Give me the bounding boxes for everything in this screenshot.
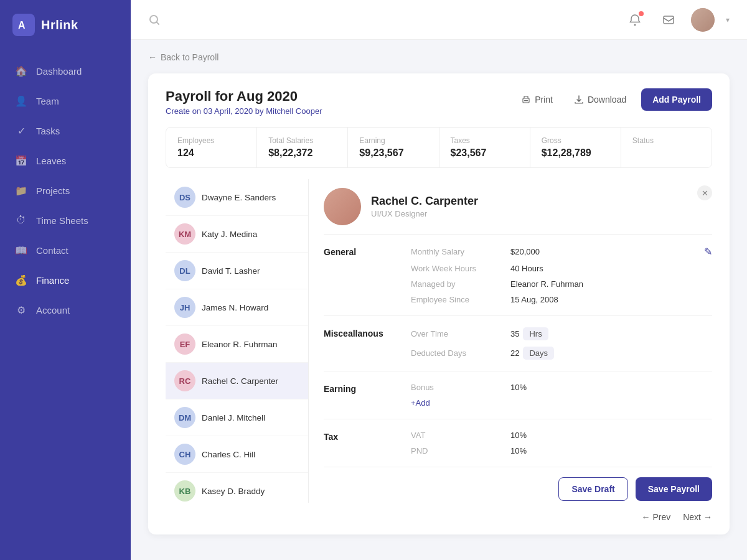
list-item[interactable]: CH Charles C. Hill bbox=[166, 436, 308, 473]
dashboard-icon: 🏠 bbox=[15, 65, 27, 77]
notification-dot bbox=[639, 11, 644, 16]
sidebar-item-timesheets[interactable]: ⏱ Time Sheets bbox=[0, 205, 131, 235]
sidebar-item-label: Finance bbox=[36, 275, 69, 286]
sidebar-item-label: Tasks bbox=[36, 126, 60, 136]
sidebar-item-account[interactable]: ⚙ Account bbox=[0, 295, 131, 325]
deducted-days-unit: Days bbox=[523, 347, 554, 360]
sidebar-item-label: Contact bbox=[36, 245, 68, 256]
payroll-subtitle: Create on 03 April, 2020 by Mitchell Coo… bbox=[166, 106, 322, 116]
avatar: RC bbox=[174, 370, 195, 391]
leaves-icon: 📅 bbox=[15, 154, 27, 167]
next-button[interactable]: Next → bbox=[683, 512, 712, 522]
search-button[interactable] bbox=[148, 14, 161, 26]
header: ▾ bbox=[131, 0, 747, 40]
add-payroll-button[interactable]: Add Payroll bbox=[641, 88, 712, 111]
add-earning-link[interactable]: +Add bbox=[411, 398, 430, 408]
stat-employees: Employees 124 bbox=[166, 128, 257, 167]
list-item[interactable]: EF Eleanor R. Fuhrman bbox=[166, 326, 308, 363]
stat-gross: Gross $12,28,789 bbox=[530, 128, 621, 167]
payroll-header: Payroll for Aug 2020 Create on 03 April,… bbox=[166, 88, 712, 116]
chevron-down-icon[interactable]: ▾ bbox=[726, 16, 730, 24]
sidebar-item-label: Projects bbox=[36, 185, 70, 196]
field-employee-since: Employee Since 15 Aug, 2008 bbox=[411, 295, 712, 304]
sidebar-item-label: Account bbox=[36, 305, 70, 315]
earning-fields: Bonus 10% +Add bbox=[411, 383, 712, 408]
avatar: CH bbox=[174, 444, 195, 465]
contact-icon: 📖 bbox=[15, 244, 27, 256]
avatar: KB bbox=[174, 480, 195, 502]
account-icon: ⚙ bbox=[15, 304, 27, 316]
employee-name: Rachel C. Carpenter bbox=[371, 195, 478, 208]
stats-bar: Employees 124 Total Salaries $8,22,372 E… bbox=[166, 127, 712, 168]
tax-section: Tax VAT 10% PND 10% bbox=[324, 419, 712, 467]
field-pnd: PND 10% bbox=[411, 446, 712, 455]
save-draft-button[interactable]: Save Draft bbox=[558, 477, 627, 501]
section-label: Tax bbox=[324, 431, 411, 455]
stat-total-salaries: Total Salaries $8,22,372 bbox=[257, 128, 348, 167]
section-label: Misceallanous bbox=[324, 327, 411, 360]
misc-fields: Over Time 35 Hrs Deducted Days 22 Days bbox=[411, 327, 712, 360]
sidebar-item-leaves[interactable]: 📅 Leaves bbox=[0, 146, 131, 175]
sidebar-item-label: Dashboard bbox=[36, 66, 82, 77]
payroll-body: DS Dwayne E. Sanders KM Katy J. Medina D… bbox=[166, 179, 712, 522]
list-item[interactable]: KB Kasey D. Braddy bbox=[166, 473, 308, 503]
download-button[interactable]: Download bbox=[568, 91, 632, 108]
tasks-icon: ✓ bbox=[15, 124, 27, 137]
list-item[interactable]: KM Katy J. Medina bbox=[166, 216, 308, 253]
field-managed-by: Managed by Eleanor R. Fuhrman bbox=[411, 279, 712, 289]
list-item[interactable]: JH James N. Howard bbox=[166, 289, 308, 326]
notification-button[interactable] bbox=[624, 9, 646, 31]
back-arrow-icon: ← bbox=[148, 52, 157, 62]
avatar: KM bbox=[174, 223, 195, 245]
field-deducted-days: Deducted Days 22 Days bbox=[411, 347, 712, 360]
header-icons: ▾ bbox=[624, 8, 730, 32]
sidebar-item-team[interactable]: 👤 Team bbox=[0, 86, 131, 116]
print-button[interactable]: Print bbox=[515, 91, 559, 108]
employee-detail-header: Rachel C. Carpenter UI/UX Designer ✕ bbox=[324, 179, 712, 235]
avatar: DS bbox=[174, 187, 195, 208]
sidebar-item-label: Leaves bbox=[36, 156, 66, 166]
stat-status: Status bbox=[621, 128, 712, 167]
employee-detail-panel: Rachel C. Carpenter UI/UX Designer ✕ Gen… bbox=[309, 179, 712, 522]
sidebar-item-tasks[interactable]: ✓ Tasks bbox=[0, 116, 131, 146]
list-item[interactable]: DM Daniel J. Mitchell bbox=[166, 399, 308, 436]
field-bonus: Bonus 10% bbox=[411, 383, 712, 392]
logo-area[interactable]: A Hrlink bbox=[0, 0, 131, 50]
list-item[interactable]: RC Rachel C. Carpenter bbox=[166, 363, 308, 399]
projects-icon: 📁 bbox=[15, 184, 27, 197]
stat-earning: Earning $9,23,567 bbox=[348, 128, 439, 167]
earning-section: Earning Bonus 10% +Add bbox=[324, 371, 712, 419]
sidebar-item-contact[interactable]: 📖 Contact bbox=[0, 235, 131, 265]
field-add-earning: +Add bbox=[411, 398, 712, 408]
miscellaneous-section: Misceallanous Over Time 35 Hrs Deducted … bbox=[324, 316, 712, 371]
employee-role: UI/UX Designer bbox=[371, 209, 478, 218]
sidebar-item-label: Time Sheets bbox=[36, 215, 88, 226]
edit-icon[interactable]: ✎ bbox=[704, 246, 712, 258]
close-button[interactable]: ✕ bbox=[697, 185, 712, 200]
save-payroll-button[interactable]: Save Payroll bbox=[636, 477, 712, 501]
payroll-title: Payroll for Aug 2020 bbox=[166, 88, 322, 105]
field-monthly-salary: Monthly Salary $20,000 ✎ bbox=[411, 246, 712, 258]
user-avatar[interactable] bbox=[691, 8, 715, 32]
created-by: Mitchell Cooper bbox=[266, 106, 322, 116]
employee-name-group: Rachel C. Carpenter UI/UX Designer bbox=[371, 195, 478, 218]
general-section: General Monthly Salary $20,000 ✎ Work We… bbox=[324, 235, 712, 316]
pagination: ← Prev Next → bbox=[324, 503, 712, 522]
tax-fields: VAT 10% PND 10% bbox=[411, 431, 712, 455]
sidebar-item-projects[interactable]: 📁 Projects bbox=[0, 175, 131, 205]
messages-button[interactable] bbox=[657, 9, 680, 31]
prev-arrow-icon: ← bbox=[641, 512, 650, 522]
app-name: Hrlink bbox=[41, 18, 78, 32]
prev-button[interactable]: ← Prev bbox=[641, 512, 670, 522]
overtime-unit: Hrs bbox=[523, 327, 548, 340]
avatar: EF bbox=[174, 334, 195, 355]
sidebar-item-finance[interactable]: 💰 Finance bbox=[0, 265, 131, 295]
back-to-payroll-link[interactable]: ← Back to Payroll bbox=[148, 52, 730, 62]
svg-text:A: A bbox=[18, 20, 26, 30]
sidebar-item-dashboard[interactable]: 🏠 Dashboard bbox=[0, 56, 131, 86]
list-item[interactable]: DL David T. Lasher bbox=[166, 253, 308, 289]
svg-rect-6 bbox=[524, 100, 528, 101]
content-area: ← Back to Payroll Payroll for Aug 2020 C… bbox=[131, 40, 747, 560]
sidebar-nav: 🏠 Dashboard 👤 Team ✓ Tasks 📅 Leaves 📁 Pr… bbox=[0, 50, 131, 560]
list-item[interactable]: DS Dwayne E. Sanders bbox=[166, 179, 308, 216]
